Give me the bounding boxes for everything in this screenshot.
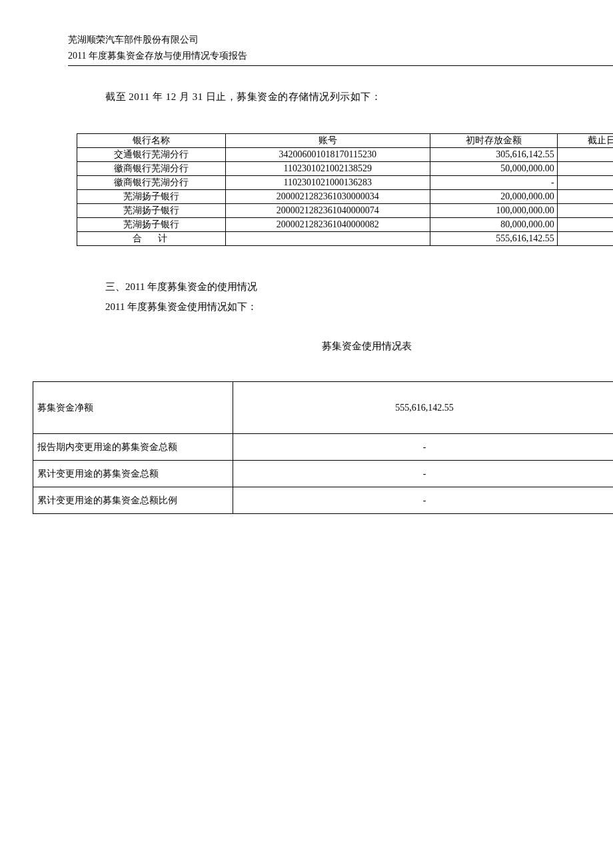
cell-total-initial: 555,616,142.55 [430,232,557,246]
table-row: 交通银行芜湖分行 342006001018170115230 305,616,1… [77,148,614,162]
cell-bank: 芜湖扬子银行 [77,190,226,204]
cell-initial: 100,000,000.00 [430,204,557,218]
section-3: 三、2011 年度募集资金的使用情况 2011 年度募集资金使用情况如下： [105,277,257,317]
cell-label: 报告期内变更用途的募集资金总额 [33,434,233,461]
cell-account: 1102301021002138529 [225,162,430,176]
cell-account: 1102301021000136283 [225,176,430,190]
cell-account: 2000021282361040000082 [225,218,430,232]
bank-table: 银行名称 账号 初时存放金额 截止日余 交通银行芜湖分行 34200600101… [77,133,613,246]
cell-total-label: 合计 [77,232,226,246]
th-bank: 银行名称 [77,134,226,148]
usage-table-title: 募集资金使用情况表 [0,340,613,353]
cell-balance: 62,64 [557,148,613,162]
cell-label: 募集资金净额 [33,382,233,434]
table-row: 芜湖扬子银行 2000021282361030000034 20,000,000… [77,190,614,204]
bank-table-wrap: 银行名称 账号 初时存放金额 截止日余 交通银行芜湖分行 34200600101… [77,133,613,246]
cell-bank: 徽商银行芜湖分行 [77,162,226,176]
section-3-subheading: 2011 年度募集资金使用情况如下： [105,297,257,317]
cell-initial: 305,616,142.55 [430,148,557,162]
table-row: 募集资金净额 555,616,142.55 本年度投入募集资金总额 [33,382,614,434]
cell-initial: 80,000,000.00 [430,218,557,232]
cell-balance: 50,00 [557,162,613,176]
cell-bank: 芜湖扬子银行 [77,204,226,218]
table-row: 累计变更用途的募集资金总额比例 - [33,487,614,514]
section-3-heading: 三、2011 年度募集资金的使用情况 [105,277,257,297]
table-row: 徽商银行芜湖分行 1102301021002138529 50,000,000.… [77,162,614,176]
table-row: 徽商银行芜湖分行 1102301021000136283 - 1,93 [77,176,614,190]
table-row: 累计变更用途的募集资金总额 - [33,461,614,487]
cell-account: 342006001018170115230 [225,148,430,162]
cell-account: 2000021282361030000034 [225,190,430,204]
th-initial: 初时存放金额 [430,134,557,148]
th-account: 账号 [225,134,430,148]
cell-balance: 1,93 [557,176,613,190]
table-row: 芜湖扬子银行 2000021282361040000082 80,000,000… [77,218,614,232]
cell-value: - [233,461,613,487]
cell-initial: 20,000,000.00 [430,190,557,204]
cell-balance: 80,00 [557,218,613,232]
cell-bank: 徽商银行芜湖分行 [77,176,226,190]
header-underline [68,65,613,66]
cell-total-account [225,232,430,246]
cell-bank: 芜湖扬子银行 [77,218,226,232]
page-header: 芜湖顺荣汽车部件股份有限公司 2011 年度募集资金存放与使用情况专项报告 [68,32,247,64]
cell-balance: 100,00 [557,204,613,218]
usage-table: 募集资金净额 555,616,142.55 本年度投入募集资金总额 报告期内变更… [33,381,613,514]
cell-value: - [233,434,613,461]
th-balance: 截止日余 [557,134,613,148]
cell-total-balance: 308,02 [557,232,613,246]
intro-text: 截至 2011 年 12 月 31 日止，募集资金的存储情况列示如下： [105,91,381,103]
cell-value: 555,616,142.55 [233,382,613,434]
table-row: 芜湖扬子银行 2000021282361040000074 100,000,00… [77,204,614,218]
cell-value: - [233,487,613,514]
cell-label: 累计变更用途的募集资金总额 [33,461,233,487]
cell-initial: - [430,176,557,190]
usage-table-wrap: 募集资金净额 555,616,142.55 本年度投入募集资金总额 报告期内变更… [33,381,613,514]
table-row: 报告期内变更用途的募集资金总额 - 已累计投入募集资金总额 [33,434,614,461]
company-name: 芜湖顺荣汽车部件股份有限公司 [68,32,247,48]
cell-bank: 交通银行芜湖分行 [77,148,226,162]
table-total-row: 合计 555,616,142.55 308,02 [77,232,614,246]
cell-balance: 13,44 [557,190,613,204]
table-header-row: 银行名称 账号 初时存放金额 截止日余 [77,134,614,148]
report-title: 2011 年度募集资金存放与使用情况专项报告 [68,48,247,64]
cell-account: 2000021282361040000074 [225,204,430,218]
cell-initial: 50,000,000.00 [430,162,557,176]
cell-label: 累计变更用途的募集资金总额比例 [33,487,233,514]
